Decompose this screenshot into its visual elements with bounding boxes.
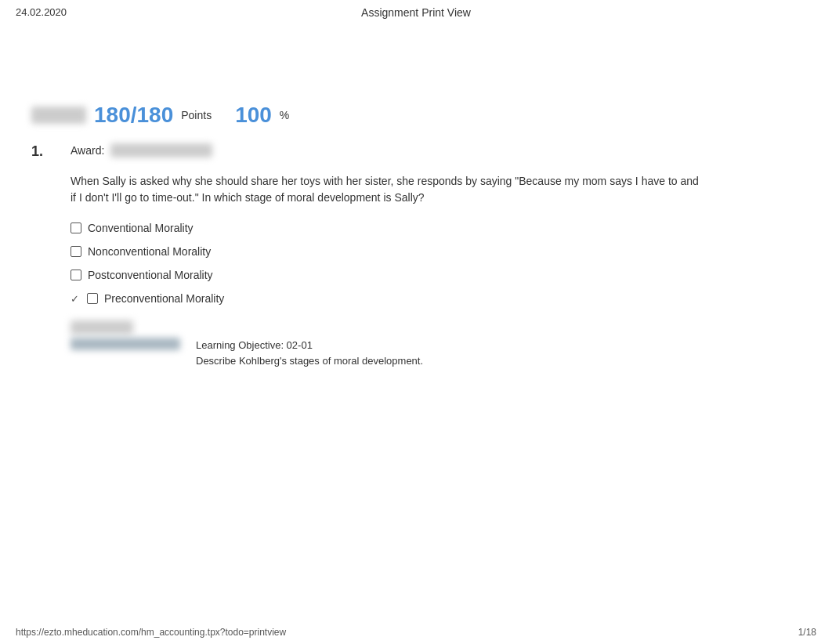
option-radio-3[interactable] bbox=[71, 270, 81, 280]
list-item: ✓ Preconventional Morality bbox=[71, 292, 801, 305]
points-label: Points bbox=[181, 109, 212, 121]
footer-page: 1/18 bbox=[798, 627, 816, 638]
student-name-blurred bbox=[31, 107, 86, 124]
page-footer: https://ezto.mheducation.com/hm_accounti… bbox=[0, 620, 832, 644]
option-radio-4[interactable] bbox=[87, 293, 98, 304]
list-item: Nonconventional Morality bbox=[71, 245, 801, 258]
option-text-1: Conventional Morality bbox=[88, 222, 194, 234]
feedback-blurred bbox=[71, 320, 133, 335]
percent-label: % bbox=[280, 109, 289, 121]
option-text-4: Preconventional Morality bbox=[104, 292, 224, 305]
section-label-blurred bbox=[71, 338, 180, 350]
score-percent: 100 bbox=[235, 103, 272, 128]
learning-objective-label: Learning Objective: 02-01 bbox=[196, 338, 423, 353]
learning-objective-text: Describe Kohlberg's stages of moral deve… bbox=[196, 353, 423, 369]
main-content: 180/180 Points 100 % 1. Award: When Sall… bbox=[0, 24, 832, 384]
list-item: Conventional Morality bbox=[71, 222, 801, 234]
list-item: Postconventional Morality bbox=[71, 269, 801, 281]
learning-objective-block: Learning Objective: 02-01 Describe Kohlb… bbox=[196, 338, 423, 368]
question-body: Award: When Sally is asked why she shoul… bbox=[71, 143, 801, 368]
score-section: 180/180 Points 100 % bbox=[31, 103, 801, 128]
option-radio-2[interactable] bbox=[71, 246, 81, 257]
option-text-2: Nonconventional Morality bbox=[88, 245, 211, 258]
footer-url: https://ezto.mheducation.com/hm_accounti… bbox=[16, 627, 286, 638]
score-points: 180/180 bbox=[94, 103, 173, 128]
question-section: 1. Award: When Sally is asked why she sh… bbox=[31, 143, 801, 368]
correct-checkmark: ✓ bbox=[71, 293, 79, 305]
options-list: Conventional Morality Nonconventional Mo… bbox=[71, 222, 801, 305]
award-label: Award: bbox=[71, 144, 104, 157]
question-text: When Sally is asked why she should share… bbox=[71, 173, 705, 206]
option-radio-1[interactable] bbox=[71, 223, 81, 233]
question-number: 1. bbox=[31, 143, 63, 160]
header-title: Assignment Print View bbox=[361, 6, 471, 19]
award-row: Award: bbox=[71, 143, 801, 157]
award-value-blurred bbox=[110, 143, 212, 157]
learning-objective-row: Learning Objective: 02-01 Describe Kohlb… bbox=[71, 338, 801, 368]
option-text-3: Postconventional Morality bbox=[88, 269, 213, 281]
page-header: 24.02.2020 Assignment Print View bbox=[0, 0, 832, 24]
header-date: 24.02.2020 bbox=[16, 6, 67, 18]
